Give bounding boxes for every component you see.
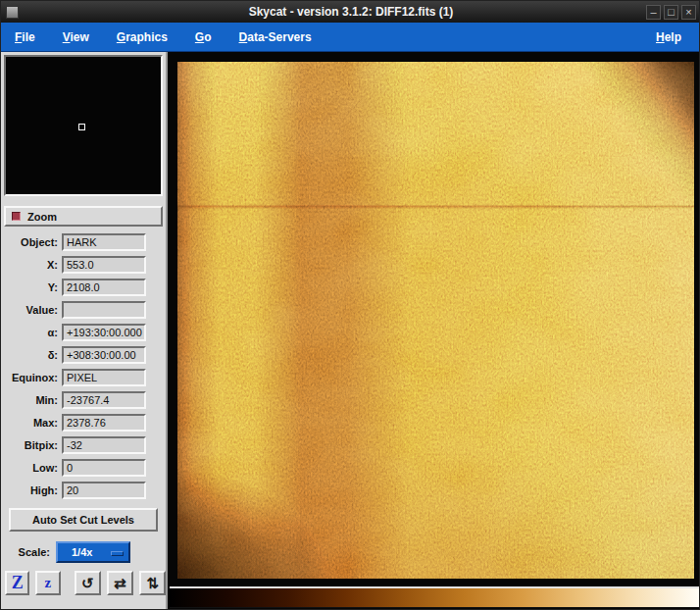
skycat-window: Skycat - version 3.1.2: DIFF12.fits (1) … [0,0,700,610]
menu-help[interactable]: Help [656,30,681,44]
app-icon[interactable] [6,6,19,19]
low-field[interactable]: 0 [62,459,146,477]
x-label: X: [1,259,62,271]
main-canvas [168,52,700,610]
menu-data-servers[interactable]: Data-Servers [239,30,312,44]
low-label: Low: [1,462,62,474]
maximize-button[interactable]: □ [664,5,678,20]
max-field[interactable]: 2378.76 [62,414,146,432]
field-row-low: Low: 0 [1,458,166,478]
y-field[interactable]: 2108.0 [62,279,146,296]
min-field[interactable]: -23767.4 [62,391,146,409]
image-canvas[interactable] [177,62,694,579]
object-label: Object: [1,236,62,248]
field-row-x: X: 553.0 [1,255,166,275]
equinox-label: Equinox: [1,372,62,383]
flip-x-button[interactable]: ⇄ [107,571,133,595]
window-controls: – □ × [646,5,696,20]
pan-rect[interactable] [78,124,85,130]
field-row-object: Object: HARK [1,232,166,252]
equinox-field[interactable]: PIXEL [62,369,146,386]
menubutton-indicator [111,551,124,556]
menu-graphics[interactable]: Graphics [117,30,168,44]
field-row-dec: δ: +308:30:00.00 [1,345,166,365]
zoom-button-row: Z z ↺ ⇄ ⇅ [1,571,166,595]
value-label: Value: [1,304,62,316]
field-row-y: Y: 2108.0 [1,278,166,297]
y-label: Y: [1,281,62,293]
scale-value: 1/4x [72,546,92,558]
field-row-ra: α: +193:30:00.000 [1,323,166,342]
field-row-max: Max: 2378.76 [1,413,166,432]
high-label: High: [1,484,62,496]
min-label: Min: [1,394,62,406]
window-title: Skycat - version 3.1.2: DIFF12.fits (1) [1,5,700,19]
field-row-min: Min: -23767.4 [1,390,166,410]
bitpix-label: Bitpix: [1,439,62,451]
object-field[interactable]: HARK [62,233,146,251]
zoom-toggle[interactable]: Zoom [4,206,163,227]
zoom-toggle-indicator [12,212,21,221]
colorbar[interactable] [170,586,699,608]
field-row-equinox: Equinox: PIXEL [1,368,166,387]
field-row-bitpix: Bitpix: -32 [1,435,166,455]
dec-field[interactable]: +308:30:00.00 [62,346,146,364]
menu-file[interactable]: File [15,30,35,44]
image-noise-coarse [177,62,694,579]
close-button[interactable]: × [681,5,696,20]
scale-row: Scale: 1/4x [1,541,166,563]
field-row-high: High: 20 [1,481,166,500]
info-fields: Object: HARK X: 553.0 Y: 2108.0 Value: α… [1,232,166,500]
max-label: Max: [1,417,62,429]
high-field[interactable]: 20 [62,482,146,499]
menubar: File View Graphics Go Data-Servers Help [1,23,700,52]
minimize-button[interactable]: – [646,5,661,20]
x-field[interactable]: 553.0 [62,256,146,274]
menu-view[interactable]: View [63,30,89,44]
pan-window[interactable] [4,55,163,196]
zoom-out-button[interactable]: z [35,571,60,595]
zoom-toggle-label: Zoom [27,211,57,223]
auto-set-cut-levels-button[interactable]: Auto Set Cut Levels [9,508,158,532]
scale-menubutton[interactable]: 1/4x [56,541,130,563]
scale-label: Scale: [13,546,56,558]
rotate-icon: ↺ [81,575,94,592]
dec-label: δ: [1,349,62,361]
zoom-in-button[interactable]: Z [5,571,29,595]
menu-go[interactable]: Go [195,30,212,44]
flip-y-button[interactable]: ⇅ [139,571,166,595]
titlebar: Skycat - version 3.1.2: DIFF12.fits (1) … [1,1,700,23]
ra-field[interactable]: +193:30:00.000 [62,324,146,341]
flip-y-icon: ⇅ [146,575,159,592]
rotate-button[interactable]: ↺ [75,571,101,595]
flip-x-icon: ⇄ [114,575,126,592]
value-field[interactable] [62,301,146,319]
field-row-value: Value: [1,300,166,320]
bitpix-field[interactable]: -32 [62,436,146,454]
ra-label: α: [1,327,62,338]
control-panel: Zoom Object: HARK X: 553.0 Y: 2108.0 Val… [1,52,168,610]
